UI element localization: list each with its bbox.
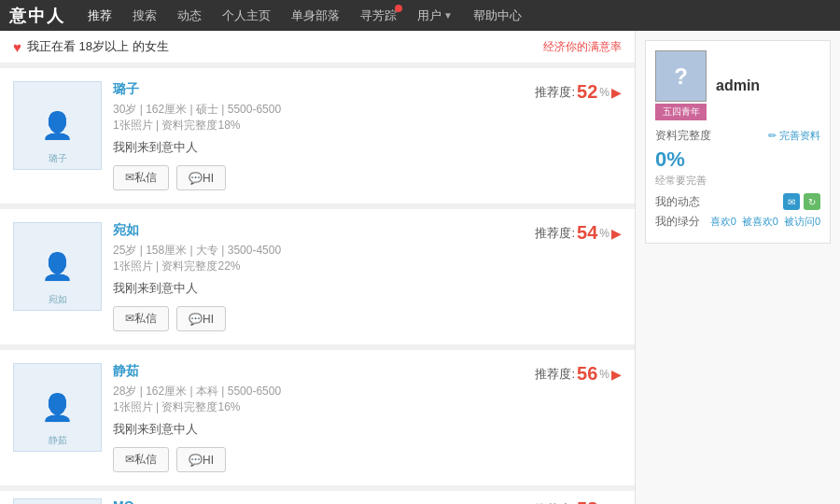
profile-avatar-4[interactable]: 👤 MQ xyxy=(13,498,102,504)
profile-card-3: 👤 静茹 静茹 28岁 | 162厘米 | 本科 | 5500-6500 1张照… xyxy=(0,350,635,485)
hi-btn-1[interactable]: 💬HI xyxy=(176,165,226,190)
profile-intro-3: 我刚来到意中人 xyxy=(113,421,517,438)
profile-card-4: 👤 MQ MQ 推荐度: 58 % ▶ xyxy=(0,491,635,504)
profile-info-1: 璐子 30岁 | 162厘米 | 硕士 | 5500-6500 1张照片 | 资… xyxy=(113,81,517,190)
profile-details-1: 30岁 | 162厘米 | 硕士 | 5500-6500 1张照片 | 资料完整… xyxy=(113,102,517,133)
match-unit-3: % xyxy=(599,368,609,381)
completeness-note: 经常要完善 xyxy=(655,174,820,188)
profile-card: 👤 璐子 璐子 30岁 | 162厘米 | 硕士 | 5500-6500 1张照… xyxy=(0,68,635,203)
sidebar: ? 五四青年 admin 资料完整度 ✏ 完善资料 0% 经常要完善 我的动态 … xyxy=(635,31,840,504)
nav-item-help[interactable]: 帮助中心 xyxy=(464,0,531,31)
activity-label: 我的动态 xyxy=(655,194,700,210)
match-score-2: 推荐度: 54 % ▶ xyxy=(535,222,622,244)
profile-details-2: 25岁 | 158厘米 | 大专 | 3500-4500 1张照片 | 资料完整… xyxy=(113,243,517,274)
profile-info-3: 静茹 28岁 | 162厘米 | 本科 | 5500-6500 1张照片 | 资… xyxy=(113,363,517,472)
match-number-4: 58 xyxy=(577,498,597,504)
activity-icons: ✉ ↻ xyxy=(783,193,820,210)
user-card: ? 五四青年 admin 资料完整度 ✏ 完善资料 0% 经常要完善 我的动态 … xyxy=(645,40,831,244)
heart-icon: ♥ xyxy=(13,39,21,55)
nav-item-activity[interactable]: 动态 xyxy=(168,0,211,31)
points-links: 喜欢0 被喜欢0 被访问0 xyxy=(710,215,820,229)
profile-name-4[interactable]: MQ xyxy=(113,498,517,504)
profile-info-4: MQ xyxy=(113,498,517,504)
liked-link[interactable]: 被喜欢0 xyxy=(742,215,778,229)
nav-item-seeking[interactable]: 寻芳踪 xyxy=(351,0,406,31)
nav-item-users[interactable]: 用户▼ xyxy=(408,0,462,31)
avatar-name-label-3: 静茹 xyxy=(14,434,101,447)
user-info: admin xyxy=(716,77,760,94)
match-score-4: 推荐度: 58 % ▶ xyxy=(535,498,622,504)
activity-row: 我的动态 ✉ ↻ xyxy=(655,193,820,210)
profile-card-2: 👤 宛如 宛如 25岁 | 158厘米 | 大专 | 3500-4500 1张照… xyxy=(0,209,635,344)
nav-item-profile[interactable]: 个人主页 xyxy=(213,0,280,31)
user-status-badge: 五四青年 xyxy=(655,104,707,120)
profile-right-3: 推荐度: 56 % ▶ xyxy=(528,363,622,385)
points-row: 我的绿分 喜欢0 被喜欢0 被访问0 xyxy=(655,214,820,230)
improve-satisfaction-btn[interactable]: 经济你的满意率 xyxy=(543,39,622,55)
top-navigation: 意中人 推荐 搜索 动态 个人主页 单身部落 寻芳踪 用户▼ 帮助中心 xyxy=(0,0,840,31)
nav-item-singles[interactable]: 单身部落 xyxy=(282,0,349,31)
completeness-row: 资料完整度 ✏ 完善资料 xyxy=(655,128,820,144)
avatar-name-label-2: 宛如 xyxy=(14,293,101,306)
nav-item-recommend[interactable]: 推荐 xyxy=(78,0,121,31)
match-number-1: 52 xyxy=(577,81,597,103)
profile-actions-1: ✉私信 💬HI xyxy=(113,165,517,190)
hi-btn-2[interactable]: 💬HI xyxy=(176,306,226,331)
main-layout: ♥ 我正在看 18岁以上 的女生 经济你的满意率 👤 璐子 璐子 30岁 | 1… xyxy=(0,31,840,504)
profile-right-4: 推荐度: 58 % ▶ xyxy=(528,498,622,504)
person-icon: 👤 xyxy=(41,110,74,141)
avatar-placeholder-4: 👤 xyxy=(14,499,101,504)
refresh-icon[interactable]: ↻ xyxy=(804,193,820,210)
profile-avatar-2[interactable]: 👤 宛如 xyxy=(13,222,102,311)
question-mark-icon: ? xyxy=(674,63,688,90)
profile-intro-2: 我刚来到意中人 xyxy=(113,280,517,297)
edit-profile-link[interactable]: ✏ 完善资料 xyxy=(768,129,820,143)
match-label-4: 推荐度: xyxy=(535,501,575,505)
match-unit: % xyxy=(599,86,609,99)
message-btn-1[interactable]: ✉私信 xyxy=(113,165,169,190)
profile-right-1: 推荐度: 52 % ▶ xyxy=(528,81,622,103)
match-arrow-1[interactable]: ▶ xyxy=(611,85,622,100)
user-card-header: ? 五四青年 admin xyxy=(655,50,820,120)
match-number-2: 54 xyxy=(577,222,597,244)
hi-btn-3[interactable]: 💬HI xyxy=(176,447,226,472)
message-icon[interactable]: ✉ xyxy=(783,193,800,210)
profile-name-3[interactable]: 静茹 xyxy=(113,363,517,380)
site-logo[interactable]: 意中人 xyxy=(9,5,65,27)
match-unit-2: % xyxy=(599,227,609,240)
nav-item-search[interactable]: 搜索 xyxy=(123,0,166,31)
points-label: 我的绿分 xyxy=(655,214,700,230)
match-score-3: 推荐度: 56 % ▶ xyxy=(535,363,622,385)
profile-actions-2: ✉私信 💬HI xyxy=(113,306,517,331)
match-label: 推荐度: xyxy=(535,84,575,101)
person-icon-2: 👤 xyxy=(41,251,74,282)
visited-link[interactable]: 被访问0 xyxy=(784,215,820,229)
likes-link[interactable]: 喜欢0 xyxy=(710,215,736,229)
person-icon-3: 👤 xyxy=(41,392,74,423)
profile-details-3: 28岁 | 162厘米 | 本科 | 5500-6500 1张照片 | 资料完整… xyxy=(113,384,517,415)
match-number-3: 56 xyxy=(577,363,597,385)
match-label-2: 推荐度: xyxy=(535,225,575,242)
message-btn-2[interactable]: ✉私信 xyxy=(113,306,169,331)
avatar-name-label: 璐子 xyxy=(14,152,101,165)
nav-items-container: 推荐 搜索 动态 个人主页 单身部落 寻芳踪 用户▼ 帮助中心 xyxy=(78,0,831,31)
message-btn-3[interactable]: ✉私信 xyxy=(113,447,169,472)
match-score-1: 推荐度: 52 % ▶ xyxy=(535,81,622,103)
profile-name-2[interactable]: 宛如 xyxy=(113,222,517,239)
filter-bar: ♥ 我正在看 18岁以上 的女生 经济你的满意率 xyxy=(0,31,635,63)
user-avatar-container: ? 五四青年 xyxy=(655,50,707,120)
profile-info-2: 宛如 25岁 | 158厘米 | 大专 | 3500-4500 1张照片 | 资… xyxy=(113,222,517,331)
completeness-value: 0% xyxy=(655,147,820,172)
profile-actions-3: ✉私信 💬HI xyxy=(113,447,517,472)
user-name: admin xyxy=(716,77,760,94)
profile-avatar-1[interactable]: 👤 璐子 xyxy=(13,81,102,170)
completeness-label: 资料完整度 xyxy=(655,128,711,144)
match-arrow-2[interactable]: ▶ xyxy=(611,226,622,241)
user-avatar[interactable]: ? xyxy=(655,50,707,102)
filter-text: 我正在看 18岁以上 的女生 xyxy=(27,38,543,55)
match-arrow-3[interactable]: ▶ xyxy=(611,367,622,382)
profile-avatar-3[interactable]: 👤 静茹 xyxy=(13,363,102,452)
content-area: ♥ 我正在看 18岁以上 的女生 经济你的满意率 👤 璐子 璐子 30岁 | 1… xyxy=(0,31,635,504)
profile-intro-1: 我刚来到意中人 xyxy=(113,139,517,156)
profile-name-1[interactable]: 璐子 xyxy=(113,81,517,98)
